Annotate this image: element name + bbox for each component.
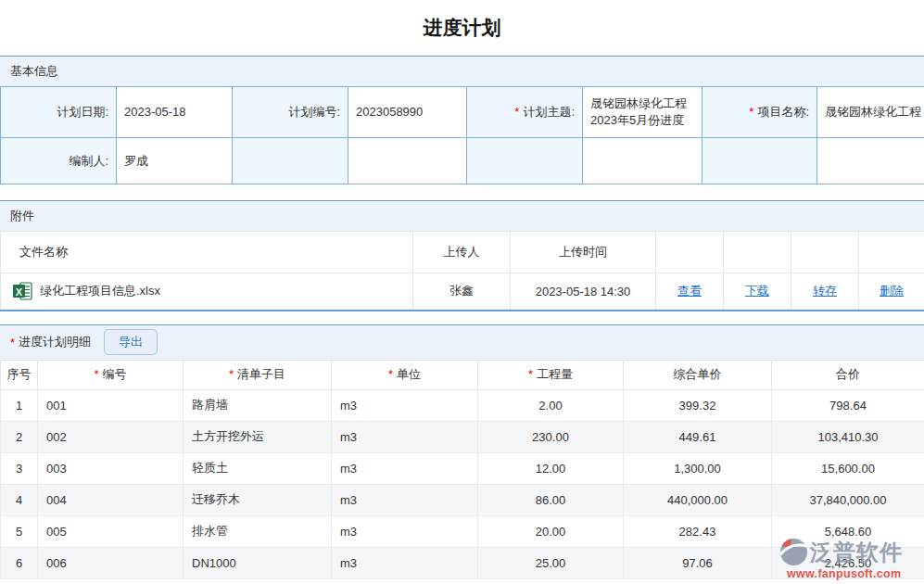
- row-quantity: 20.00: [478, 515, 624, 547]
- export-button[interactable]: 导出: [104, 329, 158, 355]
- required-marker: *: [229, 367, 234, 381]
- empty-value-cell: [348, 138, 467, 184]
- row-quantity: 86.00: [478, 484, 624, 515]
- row-index: 1: [1, 389, 38, 421]
- required-marker: *: [388, 367, 393, 381]
- row-code: 003: [38, 452, 184, 484]
- action-column-header: [859, 232, 924, 273]
- compiler-value: 罗成: [117, 138, 233, 184]
- row-index: 3: [1, 452, 38, 484]
- table-row: 4 004 迁移乔木 m3 86.00 440,000.00 37,840,00…: [1, 484, 924, 515]
- attachment-file-name: 绿化工程项目信息.xlsx: [40, 283, 160, 299]
- empty-label-cell: [702, 138, 817, 184]
- svg-text:X: X: [16, 286, 23, 298]
- project-name-label: *项目名称:: [702, 87, 817, 138]
- empty-label-cell: [233, 138, 348, 184]
- attachment-upload-time: 2023-05-18 14:30: [511, 273, 656, 311]
- row-code: 006: [38, 547, 184, 578]
- row-unit-price: 399.32: [624, 389, 772, 421]
- file-name-column-header: 文件名称: [1, 232, 413, 273]
- row-unit-price: 440,000.00: [624, 484, 772, 515]
- row-unit: m3: [332, 515, 478, 547]
- page: 进度计划 基本信息 计划日期: 2023-05-18 计划编号: 2023058…: [0, 0, 924, 584]
- basic-info-section-header: 基本信息: [0, 56, 924, 86]
- row-unit-price: 1,300.00: [624, 452, 772, 484]
- row-unit: m3: [332, 421, 478, 452]
- row-code: 002: [38, 421, 184, 452]
- col-header-total: 合价: [772, 360, 924, 389]
- row-code: 001: [38, 389, 184, 421]
- row-code: 005: [38, 515, 184, 547]
- action-column-header: [656, 232, 724, 273]
- attachment-uploader: 张鑫: [413, 273, 511, 311]
- action-column-header: [791, 232, 859, 273]
- plan-number-label: 计划编号:: [233, 87, 348, 138]
- transfer-link[interactable]: 转存: [813, 284, 837, 298]
- row-total: 798.64: [772, 389, 924, 421]
- action-column-header: [724, 232, 791, 273]
- upload-time-column-header: 上传时间: [511, 232, 656, 273]
- row-item: 路肩墙: [184, 389, 332, 421]
- empty-value-cell: [583, 138, 702, 184]
- attachment-file: X 绿化工程项目信息.xlsx: [2, 282, 411, 300]
- col-header-code: *编号: [38, 360, 184, 389]
- table-row: 3 003 轻质土 m3 12.00 1,300.00 15,600.00: [1, 452, 924, 484]
- col-header-unit: *单位: [332, 360, 478, 389]
- row-quantity: 2.00: [478, 389, 624, 421]
- row-unit: m3: [332, 389, 478, 421]
- detail-section-header: * 进度计划明细 导出: [0, 324, 924, 360]
- row-total: 15,600.00: [772, 452, 924, 484]
- row-item: 土方开挖外运: [184, 421, 332, 452]
- row-total: 2,426.50: [772, 547, 924, 578]
- compiler-label: 编制人:: [1, 138, 117, 184]
- empty-value-cell: [817, 138, 924, 184]
- row-item: DN1000: [184, 547, 332, 578]
- attachments-section-header: 附件: [0, 200, 924, 231]
- row-total: 5,648.60: [772, 515, 924, 547]
- required-marker: *: [528, 367, 533, 381]
- uploader-column-header: 上传人: [413, 232, 511, 273]
- table-row: 6 006 DN1000 m3 25.00 97.06 2,426.50: [1, 547, 924, 578]
- table-row: 5 005 排水管 m3 20.00 282.43 5,648.60: [1, 515, 924, 547]
- plan-date-value: 2023-05-18: [117, 87, 233, 138]
- row-quantity: 230.00: [478, 421, 624, 452]
- row-code: 004: [38, 484, 184, 515]
- attachments-header-row: 文件名称 上传人 上传时间: [1, 232, 924, 273]
- row-unit-price: 449.61: [624, 421, 772, 452]
- row-total: 37,840,000.00: [772, 484, 924, 515]
- row-index: 4: [1, 484, 38, 515]
- required-marker: *: [749, 105, 753, 119]
- row-item: 轻质土: [184, 452, 332, 484]
- row-unit: m3: [332, 547, 478, 578]
- view-link[interactable]: 查看: [677, 284, 702, 298]
- delete-link[interactable]: 删除: [880, 284, 904, 298]
- plan-subject-value: 晟铭园林绿化工程2023年5月份进度: [583, 87, 702, 138]
- row-index: 6: [1, 547, 38, 578]
- row-quantity: 25.00: [478, 547, 624, 578]
- plan-date-label: 计划日期:: [1, 87, 117, 138]
- row-index: 5: [1, 515, 38, 547]
- plan-number-value: 2023058990: [348, 87, 467, 138]
- attachments-section-title: 附件: [10, 208, 34, 224]
- project-name-value: 晟铭园林绿化工程: [817, 87, 924, 138]
- attachment-row: X 绿化工程项目信息.xlsx 张鑫 2023-05-18 14:30 查看 下…: [1, 273, 924, 311]
- col-header-item: *清单子目: [184, 360, 332, 389]
- detail-section-title: 进度计划明细: [19, 334, 91, 350]
- row-unit-price: 97.06: [624, 547, 772, 578]
- table-row: 1 001 路肩墙 m3 2.00 399.32 798.64: [1, 389, 924, 421]
- required-marker: *: [10, 336, 15, 349]
- attachments-table: 文件名称 上传人 上传时间 X: [0, 231, 924, 311]
- required-marker: *: [514, 105, 519, 119]
- row-unit: m3: [332, 452, 478, 484]
- row-unit-price: 282.43: [624, 515, 772, 547]
- row-quantity: 12.00: [478, 452, 624, 484]
- basic-info-form: 计划日期: 2023-05-18 计划编号: 2023058990 *计划主题:…: [0, 86, 924, 184]
- row-item: 迁移乔木: [184, 484, 332, 515]
- detail-header-row: 序号 *编号 *清单子目 *单位 *工程量 综合单价 合价: [1, 360, 924, 389]
- col-header-index: 序号: [1, 360, 38, 389]
- row-item: 排水管: [184, 515, 332, 547]
- plan-subject-label: *计划主题:: [467, 87, 583, 138]
- col-header-quantity: *工程量: [478, 360, 624, 389]
- download-link[interactable]: 下载: [745, 284, 769, 298]
- required-marker: *: [94, 367, 98, 381]
